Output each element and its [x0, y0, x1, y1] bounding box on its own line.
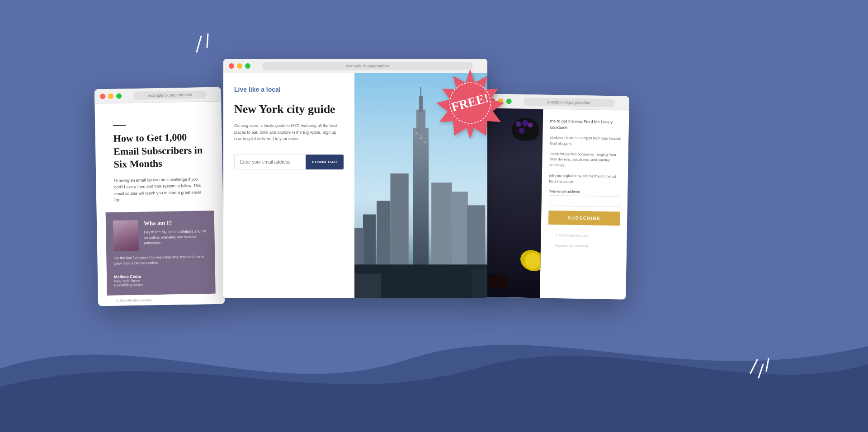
blueberry-bowl [512, 117, 539, 141]
svg-rect-12 [377, 201, 390, 273]
avatar-image [113, 220, 139, 251]
author-header: Who am I? Hey there! My name is Melissa … [113, 219, 208, 252]
email-form: DOWNLOAD [234, 155, 344, 169]
svg-rect-15 [467, 205, 485, 273]
svg-rect-6 [413, 128, 429, 274]
subscribe-button[interactable]: SUBSCRIBE [548, 210, 620, 225]
content-left: How to Get 1,000 Email Subscribers in Si… [94, 102, 225, 306]
food-item [486, 274, 509, 288]
svg-rect-19 [425, 141, 426, 143]
author-long-desc: For the last five years I've been teachi… [113, 254, 208, 267]
svg-rect-21 [354, 274, 381, 298]
right-footer1: © 2019 Feed Me Lovely [548, 230, 619, 241]
center-dot-yellow[interactable] [237, 63, 242, 69]
lemon-inner [522, 250, 542, 271]
blog-main: How to Get 1,000 Email Subscribers in Si… [104, 113, 214, 204]
center-dot-green[interactable] [245, 63, 250, 69]
blueberry-1 [516, 121, 521, 127]
dot-green[interactable] [116, 93, 122, 99]
blog-divider [113, 125, 126, 126]
center-main-title: New York city guide [234, 102, 344, 116]
url-center: example.ck.page/author [346, 64, 389, 68]
right-footer2: Powered By ConvertKit [548, 240, 619, 252]
center-tag: Live like a local [234, 86, 344, 93]
svg-rect-7 [416, 110, 425, 132]
urlbar-right[interactable]: example.ck.page/author [524, 97, 615, 107]
center-dot-red[interactable] [229, 63, 234, 69]
author-who-label: Who am I? [144, 219, 207, 227]
download-button[interactable]: DOWNLOAD [306, 155, 344, 169]
svg-rect-13 [452, 192, 468, 273]
lemon-slice [517, 247, 543, 275]
right-email-input[interactable] [549, 195, 620, 207]
dot-red[interactable] [100, 94, 105, 99]
blueberry-2 [522, 120, 528, 127]
right-dot-green[interactable] [506, 99, 512, 104]
right-body-1: cookbook features recipes from your favo… [550, 135, 621, 148]
right-body-2: meals for perfect occasions, ranging fro… [549, 151, 621, 169]
svg-rect-9 [420, 87, 421, 97]
center-email-input[interactable] [234, 155, 306, 169]
url-left: example.ck.page/tutorial [148, 92, 192, 98]
right-preheading: me to get the new Feed Me Lovely cookboo… [550, 118, 622, 132]
blog-body: Growing an email list can be a challenge… [114, 176, 205, 203]
svg-rect-18 [420, 137, 422, 139]
svg-rect-17 [415, 132, 417, 134]
svg-line-0 [197, 36, 201, 52]
window-left: example.ck.page/tutorial How to Get 1,00… [94, 87, 225, 306]
blog-footer: © 2019 All rights reserved [107, 294, 216, 306]
right-email-label: Your email address [549, 189, 620, 194]
svg-rect-22 [472, 269, 487, 298]
right-body-3: get your digital copy and be the on the … [549, 173, 620, 186]
author-info: Who am I? Hey there! My name is Melissa … [144, 219, 208, 246]
dot-yellow[interactable] [108, 93, 113, 99]
center-description: Coming soon: a locals guide to NYC featu… [234, 122, 344, 142]
blueberry-4 [519, 128, 524, 134]
free-badge: FREE! [434, 67, 506, 139]
urlbar-left[interactable]: example.ck.page/tutorial [133, 90, 207, 100]
blueberry-3 [528, 122, 533, 127]
center-left-panel: Live like a local New York city guide Co… [223, 73, 354, 298]
svg-rect-8 [419, 96, 423, 112]
free-badge-svg: FREE! [434, 67, 506, 139]
svg-rect-10 [390, 174, 408, 274]
svg-rect-11 [431, 183, 452, 274]
right-text-panel: me to get the new Feed Me Lovely cookboo… [540, 109, 629, 300]
url-right: example.ck.page/author [547, 99, 591, 105]
author-description: Hey there! My name is Melissa and I'm an… [144, 229, 208, 246]
svg-line-1 [207, 34, 208, 47]
blog-title: How to Get 1,000 Email Subscribers in Si… [113, 131, 204, 171]
titlebar-left: example.ck.page/tutorial [94, 87, 222, 104]
author-section: Who am I? Hey there! My name is Melissa … [106, 211, 216, 296]
author-avatar [113, 220, 139, 251]
